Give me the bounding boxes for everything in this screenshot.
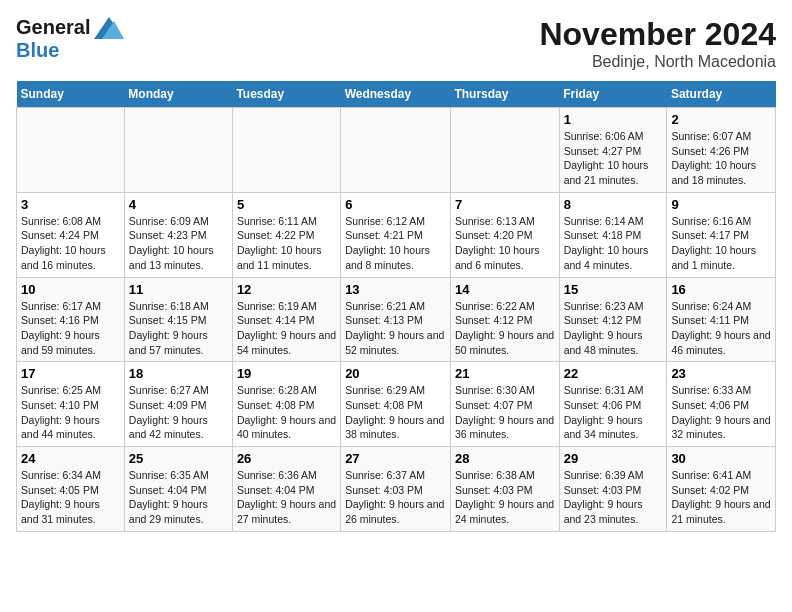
calendar-cell: 15Sunrise: 6:23 AM Sunset: 4:12 PM Dayli… [559, 277, 667, 362]
day-number: 18 [129, 366, 228, 381]
logo-blue-text: Blue [16, 39, 59, 62]
page-title: November 2024 [539, 16, 776, 53]
calendar-cell [341, 108, 451, 193]
day-number: 1 [564, 112, 663, 127]
day-info: Sunrise: 6:09 AM Sunset: 4:23 PM Dayligh… [129, 214, 228, 273]
day-number: 7 [455, 197, 555, 212]
calendar-cell [124, 108, 232, 193]
calendar-cell: 20Sunrise: 6:29 AM Sunset: 4:08 PM Dayli… [341, 362, 451, 447]
calendar-cell: 29Sunrise: 6:39 AM Sunset: 4:03 PM Dayli… [559, 447, 667, 532]
day-info: Sunrise: 6:36 AM Sunset: 4:04 PM Dayligh… [237, 468, 336, 527]
calendar-cell: 3Sunrise: 6:08 AM Sunset: 4:24 PM Daylig… [17, 192, 125, 277]
calendar-cell [17, 108, 125, 193]
day-info: Sunrise: 6:28 AM Sunset: 4:08 PM Dayligh… [237, 383, 336, 442]
day-info: Sunrise: 6:17 AM Sunset: 4:16 PM Dayligh… [21, 299, 120, 358]
calendar-cell: 23Sunrise: 6:33 AM Sunset: 4:06 PM Dayli… [667, 362, 776, 447]
day-info: Sunrise: 6:07 AM Sunset: 4:26 PM Dayligh… [671, 129, 771, 188]
page-subtitle: Bedinje, North Macedonia [539, 53, 776, 71]
calendar-cell: 7Sunrise: 6:13 AM Sunset: 4:20 PM Daylig… [450, 192, 559, 277]
day-number: 16 [671, 282, 771, 297]
calendar-cell: 27Sunrise: 6:37 AM Sunset: 4:03 PM Dayli… [341, 447, 451, 532]
day-info: Sunrise: 6:30 AM Sunset: 4:07 PM Dayligh… [455, 383, 555, 442]
header-saturday: Saturday [667, 81, 776, 108]
calendar-cell: 9Sunrise: 6:16 AM Sunset: 4:17 PM Daylig… [667, 192, 776, 277]
calendar-cell: 28Sunrise: 6:38 AM Sunset: 4:03 PM Dayli… [450, 447, 559, 532]
day-number: 2 [671, 112, 771, 127]
calendar-cell: 14Sunrise: 6:22 AM Sunset: 4:12 PM Dayli… [450, 277, 559, 362]
header: General Blue November 2024 Bedinje, Nort… [16, 16, 776, 71]
day-number: 13 [345, 282, 446, 297]
day-number: 26 [237, 451, 336, 466]
day-info: Sunrise: 6:29 AM Sunset: 4:08 PM Dayligh… [345, 383, 446, 442]
header-wednesday: Wednesday [341, 81, 451, 108]
day-number: 24 [21, 451, 120, 466]
day-info: Sunrise: 6:06 AM Sunset: 4:27 PM Dayligh… [564, 129, 663, 188]
calendar-week-0: 1Sunrise: 6:06 AM Sunset: 4:27 PM Daylig… [17, 108, 776, 193]
day-info: Sunrise: 6:37 AM Sunset: 4:03 PM Dayligh… [345, 468, 446, 527]
day-number: 17 [21, 366, 120, 381]
day-info: Sunrise: 6:41 AM Sunset: 4:02 PM Dayligh… [671, 468, 771, 527]
day-number: 15 [564, 282, 663, 297]
day-info: Sunrise: 6:14 AM Sunset: 4:18 PM Dayligh… [564, 214, 663, 273]
day-number: 23 [671, 366, 771, 381]
calendar-week-4: 24Sunrise: 6:34 AM Sunset: 4:05 PM Dayli… [17, 447, 776, 532]
calendar-cell: 13Sunrise: 6:21 AM Sunset: 4:13 PM Dayli… [341, 277, 451, 362]
calendar-header-row: SundayMondayTuesdayWednesdayThursdayFrid… [17, 81, 776, 108]
day-number: 10 [21, 282, 120, 297]
day-info: Sunrise: 6:33 AM Sunset: 4:06 PM Dayligh… [671, 383, 771, 442]
calendar-cell: 19Sunrise: 6:28 AM Sunset: 4:08 PM Dayli… [232, 362, 340, 447]
day-number: 3 [21, 197, 120, 212]
calendar-cell: 22Sunrise: 6:31 AM Sunset: 4:06 PM Dayli… [559, 362, 667, 447]
calendar-week-2: 10Sunrise: 6:17 AM Sunset: 4:16 PM Dayli… [17, 277, 776, 362]
calendar-cell: 21Sunrise: 6:30 AM Sunset: 4:07 PM Dayli… [450, 362, 559, 447]
day-number: 25 [129, 451, 228, 466]
day-number: 30 [671, 451, 771, 466]
day-number: 4 [129, 197, 228, 212]
header-sunday: Sunday [17, 81, 125, 108]
calendar-cell: 10Sunrise: 6:17 AM Sunset: 4:16 PM Dayli… [17, 277, 125, 362]
day-number: 12 [237, 282, 336, 297]
day-info: Sunrise: 6:34 AM Sunset: 4:05 PM Dayligh… [21, 468, 120, 527]
day-info: Sunrise: 6:38 AM Sunset: 4:03 PM Dayligh… [455, 468, 555, 527]
day-number: 22 [564, 366, 663, 381]
day-info: Sunrise: 6:12 AM Sunset: 4:21 PM Dayligh… [345, 214, 446, 273]
day-info: Sunrise: 6:35 AM Sunset: 4:04 PM Dayligh… [129, 468, 228, 527]
day-info: Sunrise: 6:23 AM Sunset: 4:12 PM Dayligh… [564, 299, 663, 358]
day-info: Sunrise: 6:19 AM Sunset: 4:14 PM Dayligh… [237, 299, 336, 358]
day-number: 14 [455, 282, 555, 297]
day-number: 20 [345, 366, 446, 381]
day-number: 8 [564, 197, 663, 212]
calendar-cell: 16Sunrise: 6:24 AM Sunset: 4:11 PM Dayli… [667, 277, 776, 362]
day-number: 9 [671, 197, 771, 212]
day-number: 28 [455, 451, 555, 466]
day-number: 6 [345, 197, 446, 212]
calendar-week-1: 3Sunrise: 6:08 AM Sunset: 4:24 PM Daylig… [17, 192, 776, 277]
calendar-cell: 5Sunrise: 6:11 AM Sunset: 4:22 PM Daylig… [232, 192, 340, 277]
day-info: Sunrise: 6:31 AM Sunset: 4:06 PM Dayligh… [564, 383, 663, 442]
day-info: Sunrise: 6:18 AM Sunset: 4:15 PM Dayligh… [129, 299, 228, 358]
day-info: Sunrise: 6:24 AM Sunset: 4:11 PM Dayligh… [671, 299, 771, 358]
day-number: 5 [237, 197, 336, 212]
calendar-cell [232, 108, 340, 193]
title-area: November 2024 Bedinje, North Macedonia [539, 16, 776, 71]
calendar-cell: 25Sunrise: 6:35 AM Sunset: 4:04 PM Dayli… [124, 447, 232, 532]
day-info: Sunrise: 6:16 AM Sunset: 4:17 PM Dayligh… [671, 214, 771, 273]
calendar-cell: 1Sunrise: 6:06 AM Sunset: 4:27 PM Daylig… [559, 108, 667, 193]
calendar-cell: 26Sunrise: 6:36 AM Sunset: 4:04 PM Dayli… [232, 447, 340, 532]
day-info: Sunrise: 6:27 AM Sunset: 4:09 PM Dayligh… [129, 383, 228, 442]
header-tuesday: Tuesday [232, 81, 340, 108]
day-info: Sunrise: 6:25 AM Sunset: 4:10 PM Dayligh… [21, 383, 120, 442]
day-info: Sunrise: 6:21 AM Sunset: 4:13 PM Dayligh… [345, 299, 446, 358]
calendar-cell: 11Sunrise: 6:18 AM Sunset: 4:15 PM Dayli… [124, 277, 232, 362]
calendar-cell: 12Sunrise: 6:19 AM Sunset: 4:14 PM Dayli… [232, 277, 340, 362]
calendar-cell: 2Sunrise: 6:07 AM Sunset: 4:26 PM Daylig… [667, 108, 776, 193]
header-friday: Friday [559, 81, 667, 108]
logo-general-text: General [16, 16, 90, 39]
calendar-cell: 6Sunrise: 6:12 AM Sunset: 4:21 PM Daylig… [341, 192, 451, 277]
day-info: Sunrise: 6:39 AM Sunset: 4:03 PM Dayligh… [564, 468, 663, 527]
calendar-cell: 18Sunrise: 6:27 AM Sunset: 4:09 PM Dayli… [124, 362, 232, 447]
calendar-table: SundayMondayTuesdayWednesdayThursdayFrid… [16, 81, 776, 532]
calendar-cell: 4Sunrise: 6:09 AM Sunset: 4:23 PM Daylig… [124, 192, 232, 277]
header-monday: Monday [124, 81, 232, 108]
calendar-cell: 17Sunrise: 6:25 AM Sunset: 4:10 PM Dayli… [17, 362, 125, 447]
